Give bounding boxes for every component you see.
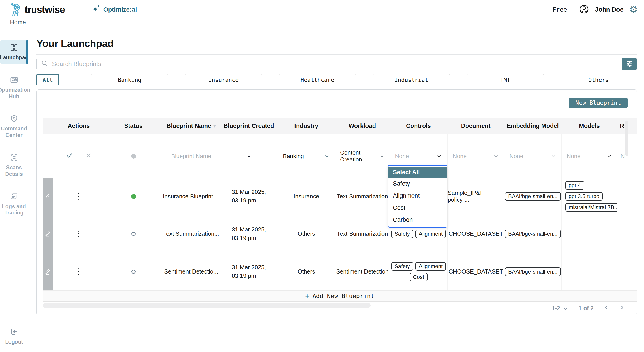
filter-tab-all[interactable]: All bbox=[36, 74, 59, 86]
new-blueprint-button[interactable]: New Blueprint bbox=[569, 98, 628, 108]
industry-select[interactable]: Banking bbox=[283, 153, 330, 160]
control-pill: Safety bbox=[391, 262, 413, 270]
edit-row-button[interactable] bbox=[43, 178, 53, 215]
sidebar-item-command-center[interactable]: Command Center bbox=[0, 111, 28, 142]
pencil-icon bbox=[45, 230, 51, 237]
vertical-scrollbar[interactable] bbox=[626, 120, 628, 156]
rows-per-page-select[interactable]: 1-2 bbox=[552, 305, 569, 312]
dropdown-option-cost[interactable]: Cost bbox=[388, 202, 447, 214]
sidebar-item-label: Launchpad bbox=[0, 54, 28, 61]
col-header-embedding-model: Embedding Model bbox=[504, 118, 562, 134]
controls-select-open[interactable]: None bbox=[395, 153, 442, 160]
table-header-row: Actions Status Blueprint Name▾ Blueprint… bbox=[43, 118, 636, 134]
scan-frame-icon bbox=[10, 153, 18, 162]
document-select[interactable]: None bbox=[453, 153, 499, 160]
model-pill: gpt-4 bbox=[565, 181, 584, 190]
sidebar-item-launchpad[interactable]: Launchpad bbox=[0, 40, 28, 64]
cell-embedding: BAAI/bge-small-en... bbox=[504, 178, 562, 215]
new-blueprint-row: - Banking Content Creation bbox=[43, 134, 636, 178]
cell-industry: Others bbox=[278, 253, 335, 290]
cell-embedding: BAAI/bge-small-en... bbox=[504, 253, 562, 290]
industry-filter-row: All Banking Insurance Healthcare Industr… bbox=[36, 74, 637, 86]
main-content: Your Launchpad bbox=[28, 30, 644, 352]
models-select[interactable]: None bbox=[567, 153, 612, 160]
cell-document: Sample_IP&I-policy-... bbox=[448, 178, 504, 215]
nav-home[interactable]: Home bbox=[10, 19, 26, 26]
sidebar-item-optimization-hub[interactable]: Optimization Hub bbox=[0, 72, 28, 103]
row-menu-kebab-icon[interactable] bbox=[76, 190, 81, 202]
cell-actions bbox=[53, 134, 105, 178]
col-header-actions: Actions bbox=[53, 118, 105, 134]
user-name: John Doe bbox=[595, 6, 624, 13]
header-strip-spacer bbox=[43, 118, 53, 134]
edit-row-button[interactable] bbox=[43, 253, 53, 290]
optimize-ai-link[interactable]: Optimize:ai bbox=[92, 4, 137, 15]
cell-created: - bbox=[220, 134, 278, 178]
filter-tab-healthcare[interactable]: Healthcare bbox=[279, 74, 356, 86]
col-header-industry: Industry bbox=[278, 118, 335, 134]
sidebar-item-label: Optimization Hub bbox=[0, 87, 30, 100]
brand-logo[interactable]: trustwise bbox=[9, 2, 65, 18]
dropdown-option-safety[interactable]: Safety bbox=[388, 178, 447, 190]
embedding-model-pill: BAAI/bge-small-en... bbox=[505, 230, 561, 238]
cell-clipped bbox=[617, 253, 636, 290]
cell-created: 31 Mar 2025,03:19 pm bbox=[220, 253, 278, 290]
top-header: trustwise Optimize:ai Free bbox=[0, 0, 644, 30]
search-input[interactable] bbox=[52, 58, 622, 70]
confirm-check-icon[interactable] bbox=[66, 152, 73, 160]
cell-actions bbox=[53, 253, 105, 290]
sidebar-item-scans-details[interactable]: Scans Details bbox=[0, 150, 28, 180]
cell-workload: Text Summarization bbox=[335, 215, 390, 253]
title-divider bbox=[36, 54, 637, 54]
cancel-x-icon[interactable] bbox=[86, 152, 92, 160]
filter-tab-banking[interactable]: Banking bbox=[91, 74, 168, 86]
brand-name: trustwise bbox=[24, 4, 65, 15]
embedding-model-pill: BAAI/bge-small-en... bbox=[505, 192, 561, 200]
pencil-icon bbox=[45, 193, 51, 200]
dropdown-option-alignment[interactable]: Alignment bbox=[388, 190, 447, 202]
cell-document: None bbox=[448, 134, 504, 178]
table-row-insurance-blueprint: Insurance Blueprint ... 31 Mar 2025,03:1… bbox=[43, 178, 636, 215]
filter-tab-others[interactable]: Others bbox=[560, 74, 636, 86]
blueprint-name-input[interactable] bbox=[164, 153, 218, 160]
cell-models bbox=[562, 215, 617, 253]
filter-settings-button[interactable] bbox=[622, 58, 637, 70]
cell-status bbox=[105, 253, 162, 290]
logout-button[interactable]: Logout bbox=[0, 327, 28, 345]
dropdown-option-select-all[interactable]: Select All bbox=[388, 167, 447, 178]
status-dot-draft bbox=[132, 270, 136, 274]
pencil-icon bbox=[45, 268, 51, 275]
page-status: 1 of 2 bbox=[578, 305, 594, 312]
filter-tab-insurance[interactable]: Insurance bbox=[185, 74, 262, 86]
plan-badge: Free bbox=[552, 6, 567, 13]
sparkle-icon bbox=[92, 4, 101, 15]
cell-created: 31 Mar 2025,03:19 pm bbox=[220, 178, 278, 215]
prev-page-button[interactable] bbox=[604, 304, 609, 312]
logout-icon bbox=[10, 327, 18, 337]
cell-document: CHOOSE_DATASET bbox=[448, 215, 504, 253]
sort-desc-icon[interactable]: ▾ bbox=[213, 124, 216, 129]
filter-tab-tmt[interactable]: TMT bbox=[467, 74, 544, 86]
user-avatar-icon[interactable] bbox=[579, 4, 589, 15]
embedding-select[interactable]: None bbox=[510, 153, 556, 160]
settings-gear-icon[interactable]: ⚙ bbox=[629, 5, 638, 14]
workload-select[interactable]: Content Creation bbox=[340, 149, 384, 163]
cell-models: None bbox=[562, 134, 617, 178]
dropdown-option-carbon[interactable]: Carbon bbox=[388, 214, 447, 226]
filter-tab-industrial[interactable]: Industrial bbox=[373, 74, 450, 86]
sidebar: Launchpad Optimization Hub bbox=[0, 30, 28, 352]
horizontal-scrollbar[interactable] bbox=[43, 303, 370, 308]
row-menu-kebab-icon[interactable] bbox=[76, 228, 81, 240]
cell-document: CHOOSE_DATASET bbox=[448, 253, 504, 290]
sidebar-item-logs-tracing[interactable]: Logs and Tracing bbox=[0, 189, 28, 220]
col-header-blueprint-name: Blueprint Name▾ bbox=[162, 118, 220, 134]
status-dot-active bbox=[131, 194, 136, 199]
sidebar-item-label: Logs and Tracing bbox=[1, 203, 27, 216]
next-page-button[interactable] bbox=[619, 304, 625, 312]
add-new-blueprint-label: Add New Blueprint bbox=[312, 292, 374, 300]
control-pill: Alignment bbox=[416, 262, 446, 270]
row-menu-kebab-icon[interactable] bbox=[76, 266, 81, 278]
edit-row-button[interactable] bbox=[43, 215, 53, 253]
control-pill: Alignment bbox=[416, 230, 446, 238]
add-new-blueprint-button[interactable]: + Add New Blueprint bbox=[43, 290, 636, 302]
